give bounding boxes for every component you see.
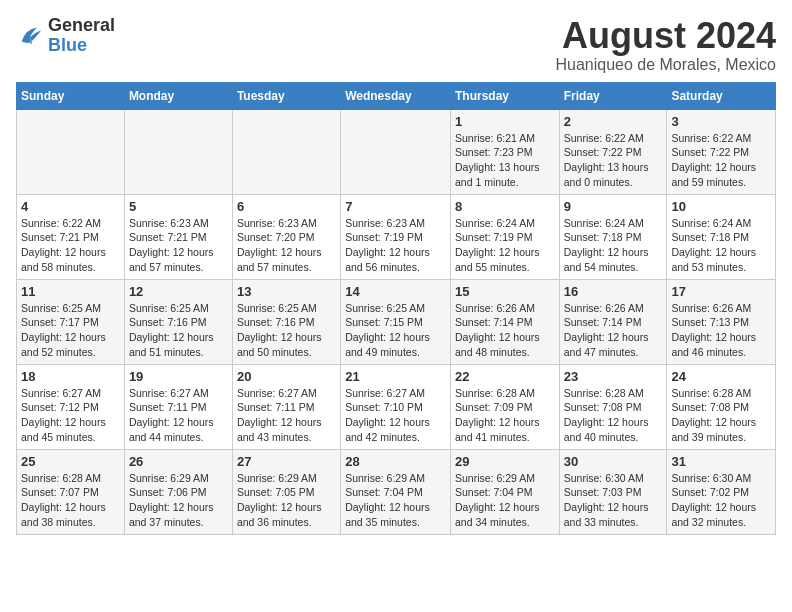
day-info: Sunrise: 6:27 AM Sunset: 7:12 PM Dayligh… — [21, 386, 120, 445]
calendar-week-row: 11Sunrise: 6:25 AM Sunset: 7:17 PM Dayli… — [17, 279, 776, 364]
logo-blue-text: Blue — [48, 35, 87, 55]
col-header-monday: Monday — [124, 82, 232, 109]
title-block: August 2024 Huaniqueo de Morales, Mexico — [555, 16, 776, 74]
calendar-cell: 22Sunrise: 6:28 AM Sunset: 7:09 PM Dayli… — [450, 364, 559, 449]
calendar-cell: 1Sunrise: 6:21 AM Sunset: 7:23 PM Daylig… — [450, 109, 559, 194]
day-info: Sunrise: 6:24 AM Sunset: 7:19 PM Dayligh… — [455, 216, 555, 275]
day-number: 16 — [564, 284, 663, 299]
day-number: 21 — [345, 369, 446, 384]
day-info: Sunrise: 6:29 AM Sunset: 7:04 PM Dayligh… — [345, 471, 446, 530]
calendar-cell — [124, 109, 232, 194]
day-info: Sunrise: 6:28 AM Sunset: 7:08 PM Dayligh… — [671, 386, 771, 445]
calendar-cell: 5Sunrise: 6:23 AM Sunset: 7:21 PM Daylig… — [124, 194, 232, 279]
calendar-cell: 31Sunrise: 6:30 AM Sunset: 7:02 PM Dayli… — [667, 449, 776, 534]
calendar-table: SundayMondayTuesdayWednesdayThursdayFrid… — [16, 82, 776, 535]
location-subtitle: Huaniqueo de Morales, Mexico — [555, 56, 776, 74]
calendar-cell: 23Sunrise: 6:28 AM Sunset: 7:08 PM Dayli… — [559, 364, 667, 449]
calendar-cell: 3Sunrise: 6:22 AM Sunset: 7:22 PM Daylig… — [667, 109, 776, 194]
day-info: Sunrise: 6:25 AM Sunset: 7:17 PM Dayligh… — [21, 301, 120, 360]
day-info: Sunrise: 6:22 AM Sunset: 7:22 PM Dayligh… — [671, 131, 771, 190]
logo-general-text: General — [48, 15, 115, 35]
day-info: Sunrise: 6:22 AM Sunset: 7:22 PM Dayligh… — [564, 131, 663, 190]
day-info: Sunrise: 6:27 AM Sunset: 7:11 PM Dayligh… — [237, 386, 336, 445]
day-info: Sunrise: 6:27 AM Sunset: 7:10 PM Dayligh… — [345, 386, 446, 445]
calendar-cell: 19Sunrise: 6:27 AM Sunset: 7:11 PM Dayli… — [124, 364, 232, 449]
day-info: Sunrise: 6:25 AM Sunset: 7:16 PM Dayligh… — [129, 301, 228, 360]
calendar-cell: 16Sunrise: 6:26 AM Sunset: 7:14 PM Dayli… — [559, 279, 667, 364]
logo: General Blue — [16, 16, 115, 56]
calendar-week-row: 18Sunrise: 6:27 AM Sunset: 7:12 PM Dayli… — [17, 364, 776, 449]
month-year-title: August 2024 — [555, 16, 776, 56]
day-number: 25 — [21, 454, 120, 469]
day-number: 7 — [345, 199, 446, 214]
col-header-tuesday: Tuesday — [232, 82, 340, 109]
col-header-friday: Friday — [559, 82, 667, 109]
day-info: Sunrise: 6:24 AM Sunset: 7:18 PM Dayligh… — [564, 216, 663, 275]
day-info: Sunrise: 6:30 AM Sunset: 7:02 PM Dayligh… — [671, 471, 771, 530]
day-number: 3 — [671, 114, 771, 129]
col-header-sunday: Sunday — [17, 82, 125, 109]
day-number: 23 — [564, 369, 663, 384]
calendar-cell: 11Sunrise: 6:25 AM Sunset: 7:17 PM Dayli… — [17, 279, 125, 364]
day-number: 22 — [455, 369, 555, 384]
day-info: Sunrise: 6:23 AM Sunset: 7:20 PM Dayligh… — [237, 216, 336, 275]
calendar-cell — [341, 109, 451, 194]
day-number: 5 — [129, 199, 228, 214]
day-number: 27 — [237, 454, 336, 469]
day-number: 14 — [345, 284, 446, 299]
day-info: Sunrise: 6:28 AM Sunset: 7:08 PM Dayligh… — [564, 386, 663, 445]
day-info: Sunrise: 6:28 AM Sunset: 7:07 PM Dayligh… — [21, 471, 120, 530]
day-info: Sunrise: 6:29 AM Sunset: 7:05 PM Dayligh… — [237, 471, 336, 530]
day-info: Sunrise: 6:26 AM Sunset: 7:13 PM Dayligh… — [671, 301, 771, 360]
day-number: 28 — [345, 454, 446, 469]
col-header-wednesday: Wednesday — [341, 82, 451, 109]
day-info: Sunrise: 6:29 AM Sunset: 7:06 PM Dayligh… — [129, 471, 228, 530]
day-number: 20 — [237, 369, 336, 384]
col-header-saturday: Saturday — [667, 82, 776, 109]
day-number: 1 — [455, 114, 555, 129]
day-info: Sunrise: 6:27 AM Sunset: 7:11 PM Dayligh… — [129, 386, 228, 445]
day-number: 15 — [455, 284, 555, 299]
day-info: Sunrise: 6:21 AM Sunset: 7:23 PM Dayligh… — [455, 131, 555, 190]
day-number: 29 — [455, 454, 555, 469]
calendar-cell: 25Sunrise: 6:28 AM Sunset: 7:07 PM Dayli… — [17, 449, 125, 534]
calendar-cell: 7Sunrise: 6:23 AM Sunset: 7:19 PM Daylig… — [341, 194, 451, 279]
day-info: Sunrise: 6:29 AM Sunset: 7:04 PM Dayligh… — [455, 471, 555, 530]
calendar-cell: 26Sunrise: 6:29 AM Sunset: 7:06 PM Dayli… — [124, 449, 232, 534]
day-info: Sunrise: 6:23 AM Sunset: 7:21 PM Dayligh… — [129, 216, 228, 275]
day-number: 13 — [237, 284, 336, 299]
calendar-cell: 10Sunrise: 6:24 AM Sunset: 7:18 PM Dayli… — [667, 194, 776, 279]
day-number: 2 — [564, 114, 663, 129]
day-info: Sunrise: 6:26 AM Sunset: 7:14 PM Dayligh… — [455, 301, 555, 360]
col-header-thursday: Thursday — [450, 82, 559, 109]
day-number: 11 — [21, 284, 120, 299]
day-number: 12 — [129, 284, 228, 299]
day-info: Sunrise: 6:22 AM Sunset: 7:21 PM Dayligh… — [21, 216, 120, 275]
calendar-week-row: 1Sunrise: 6:21 AM Sunset: 7:23 PM Daylig… — [17, 109, 776, 194]
calendar-cell — [17, 109, 125, 194]
calendar-week-row: 25Sunrise: 6:28 AM Sunset: 7:07 PM Dayli… — [17, 449, 776, 534]
page-header: General Blue August 2024 Huaniqueo de Mo… — [16, 16, 776, 74]
calendar-cell: 14Sunrise: 6:25 AM Sunset: 7:15 PM Dayli… — [341, 279, 451, 364]
calendar-cell: 29Sunrise: 6:29 AM Sunset: 7:04 PM Dayli… — [450, 449, 559, 534]
day-number: 8 — [455, 199, 555, 214]
day-number: 6 — [237, 199, 336, 214]
calendar-cell: 2Sunrise: 6:22 AM Sunset: 7:22 PM Daylig… — [559, 109, 667, 194]
calendar-cell — [232, 109, 340, 194]
calendar-cell: 12Sunrise: 6:25 AM Sunset: 7:16 PM Dayli… — [124, 279, 232, 364]
calendar-cell: 21Sunrise: 6:27 AM Sunset: 7:10 PM Dayli… — [341, 364, 451, 449]
day-number: 4 — [21, 199, 120, 214]
day-number: 18 — [21, 369, 120, 384]
day-number: 31 — [671, 454, 771, 469]
day-info: Sunrise: 6:25 AM Sunset: 7:15 PM Dayligh… — [345, 301, 446, 360]
day-info: Sunrise: 6:28 AM Sunset: 7:09 PM Dayligh… — [455, 386, 555, 445]
calendar-cell: 8Sunrise: 6:24 AM Sunset: 7:19 PM Daylig… — [450, 194, 559, 279]
day-number: 26 — [129, 454, 228, 469]
day-number: 30 — [564, 454, 663, 469]
calendar-cell: 27Sunrise: 6:29 AM Sunset: 7:05 PM Dayli… — [232, 449, 340, 534]
calendar-cell: 30Sunrise: 6:30 AM Sunset: 7:03 PM Dayli… — [559, 449, 667, 534]
day-number: 24 — [671, 369, 771, 384]
calendar-cell: 6Sunrise: 6:23 AM Sunset: 7:20 PM Daylig… — [232, 194, 340, 279]
calendar-cell: 9Sunrise: 6:24 AM Sunset: 7:18 PM Daylig… — [559, 194, 667, 279]
day-number: 9 — [564, 199, 663, 214]
